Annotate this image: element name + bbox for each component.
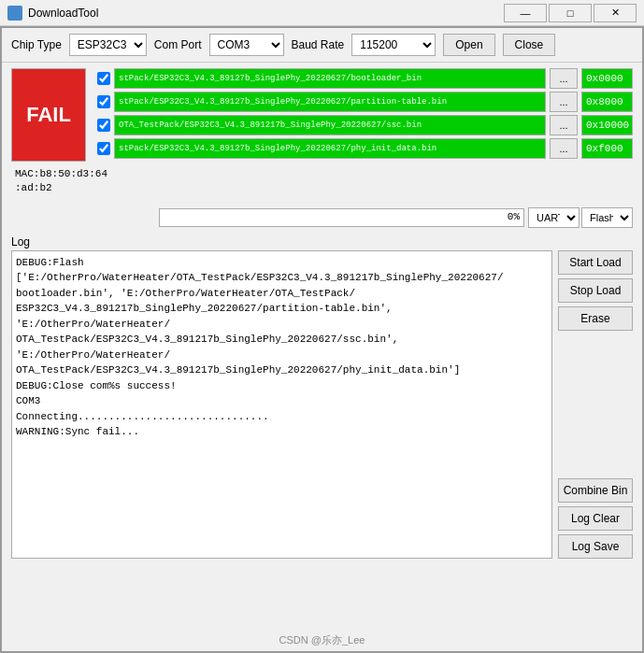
title-bar: DownloadTool — □ ✕ bbox=[0, 0, 644, 26]
browse-button-1[interactable]: ... bbox=[550, 68, 578, 89]
log-section: Log DEBUG:Flash ['E:/OtherPro/WaterHeate… bbox=[11, 235, 633, 559]
browse-button-2[interactable]: ... bbox=[550, 92, 578, 112]
addr-1: 0x0000 bbox=[581, 68, 633, 89]
progress-bar: 0% bbox=[159, 208, 524, 227]
combine-bin-button[interactable]: Combine Bin bbox=[558, 478, 633, 503]
log-clear-button[interactable]: Log Clear bbox=[558, 506, 633, 531]
file-path-2: stPack/ESP32C3_V4.3_89127b_SinglePhy_202… bbox=[114, 92, 546, 112]
close-button[interactable]: ✕ bbox=[594, 4, 637, 22]
file-row: OTA_TestPack/ESP32C3_V4.3_891217b_Single… bbox=[97, 115, 633, 135]
flash-select[interactable]: Flash bbox=[581, 207, 633, 228]
chip-type-select[interactable]: ESP32C3ESP32ESP8266 bbox=[69, 34, 147, 56]
com-port-select[interactable]: COM3COM1COM2 bbox=[209, 34, 284, 56]
file-checkbox-2[interactable] bbox=[97, 95, 110, 108]
file-path-3: OTA_TestPack/ESP32C3_V4.3_891217b_Single… bbox=[114, 115, 546, 135]
file-path-4: stPack/ESP32C3_V4.3_89127b_SinglePhy_202… bbox=[114, 138, 546, 159]
log-textarea[interactable]: DEBUG:Flash ['E:/OtherPro/WaterHeater/OT… bbox=[11, 250, 552, 559]
addr-3: 0x10000 bbox=[581, 115, 633, 135]
progress-selects: UART Flash bbox=[528, 207, 633, 228]
maximize-button[interactable]: □ bbox=[549, 4, 592, 22]
mac-address: MAC:b8:50:d3:64 :ad:b2 bbox=[11, 165, 86, 198]
browse-button-4[interactable]: ... bbox=[550, 138, 578, 159]
uart-select[interactable]: UART bbox=[528, 207, 580, 228]
window-title: DownloadTool bbox=[28, 7, 98, 20]
status-indicator: FAIL bbox=[11, 68, 86, 162]
file-checkbox-4[interactable] bbox=[97, 142, 110, 155]
baud-rate-select[interactable]: 115200921600460800256000 bbox=[351, 34, 436, 56]
log-save-button[interactable]: Log Save bbox=[558, 534, 633, 559]
file-path-1: stPack/ESP32C3_V4.3_89127b_SinglePhy_202… bbox=[114, 68, 546, 89]
open-button[interactable]: Open bbox=[443, 34, 494, 56]
chip-type-label: Chip Type bbox=[11, 38, 62, 51]
start-load-button[interactable]: Start Load bbox=[558, 250, 633, 275]
window-controls: — □ ✕ bbox=[504, 4, 637, 22]
close-button[interactable]: Close bbox=[503, 34, 556, 56]
file-section: FAIL MAC:b8:50:d3:64 :ad:b2 stPack/ESP32… bbox=[2, 63, 642, 204]
log-area-wrapper: DEBUG:Flash ['E:/OtherPro/WaterHeater/OT… bbox=[11, 250, 633, 559]
com-port-label: Com Port bbox=[154, 38, 202, 51]
watermark: CSDN @乐亦_Lee bbox=[279, 633, 365, 647]
log-label: Log bbox=[11, 235, 633, 248]
file-row: stPack/ESP32C3_V4.3_89127b_SinglePhy_202… bbox=[97, 138, 633, 159]
file-checkbox-3[interactable] bbox=[97, 119, 110, 132]
title-bar-left: DownloadTool bbox=[7, 6, 98, 21]
stop-load-button[interactable]: Stop Load bbox=[558, 278, 633, 303]
browse-button-3[interactable]: ... bbox=[550, 115, 578, 135]
addr-2: 0x8000 bbox=[581, 92, 633, 112]
progress-row: 0% UART Flash bbox=[2, 204, 642, 232]
file-row: stPack/ESP32C3_V4.3_89127b_SinglePhy_202… bbox=[97, 92, 633, 112]
file-row: stPack/ESP32C3_V4.3_89127b_SinglePhy_202… bbox=[97, 68, 633, 89]
app-icon bbox=[7, 6, 22, 21]
file-checkbox-1[interactable] bbox=[97, 72, 110, 85]
erase-button[interactable]: Erase bbox=[558, 306, 633, 331]
progress-label: 0% bbox=[508, 211, 520, 222]
toolbar: Chip Type ESP32C3ESP32ESP8266 Com Port C… bbox=[2, 28, 642, 63]
baud-rate-label: Baud Rate bbox=[292, 38, 345, 51]
file-rows: stPack/ESP32C3_V4.3_89127b_SinglePhy_202… bbox=[97, 68, 633, 198]
log-buttons: Start Load Stop Load Erase Combine Bin L… bbox=[558, 250, 633, 559]
main-window: Chip Type ESP32C3ESP32ESP8266 Com Port C… bbox=[0, 26, 644, 653]
addr-4: 0xf000 bbox=[581, 138, 633, 159]
minimize-button[interactable]: — bbox=[504, 4, 547, 22]
